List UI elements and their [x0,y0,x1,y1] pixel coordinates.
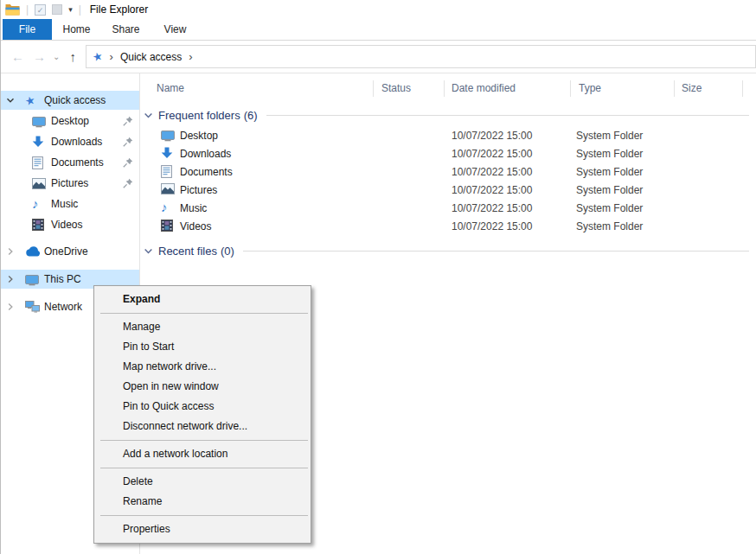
group-label: Frequent folders [158,109,240,122]
tab-home[interactable]: Home [52,19,101,40]
menu-item-pin-to-start[interactable]: Pin to Start [94,337,311,357]
tab-share[interactable]: Share [101,19,151,40]
file-row-downloads[interactable]: Downloads 10/07/2022 15:00 System Folder [140,145,756,163]
back-icon[interactable]: ← [11,49,24,64]
breadcrumb-chevron-icon[interactable]: › [110,50,113,63]
file-name: Documents [180,166,233,178]
menu-separator [100,468,308,468]
chevron-right-icon[interactable] [6,302,16,311]
sidebar-item-label: Network [44,301,82,313]
menu-item-map-network-drive[interactable]: Map network drive... [94,357,311,377]
sidebar-item-music[interactable]: ♪ Music [1,194,139,213]
file-type: System Folder [576,184,643,196]
file-row-desktop[interactable]: Desktop 10/07/2022 15:00 System Folder [140,127,756,145]
column-header-type[interactable]: Type [579,82,601,94]
group-label: Recent files [158,245,217,258]
file-name: Downloads [180,148,231,160]
network-icon [25,301,42,313]
file-date-modified: 10/07/2022 15:00 [452,148,532,160]
menu-item-expand[interactable]: Expand [94,290,311,309]
sidebar-item-label: This PC [44,273,81,285]
titlebar-separator: | [26,3,29,16]
file-explorer-window: | ✓ ▾ | File Explorer File Home Share Vi… [0,0,756,554]
tab-view[interactable]: View [151,19,200,40]
sidebar-item-onedrive[interactable]: OneDrive [1,242,139,261]
column-divider[interactable] [674,80,675,97]
chevron-right-icon[interactable] [6,247,16,256]
file-date-modified: 10/07/2022 15:00 [452,166,532,178]
group-count: (6) [244,109,258,122]
ribbon-tab-bar: File Home Share View [1,19,756,41]
window-title: File Explorer [90,3,148,16]
qat-properties-check-icon[interactable]: ✓ [35,4,46,16]
qat-customize-dropdown-icon[interactable]: ▾ [68,5,73,14]
pin-icon [123,116,133,129]
address-breadcrumb[interactable]: ★ › Quick access › [86,45,756,68]
menu-item-properties[interactable]: Properties [94,519,311,539]
pictures-icon [32,178,48,189]
history-dropdown-icon[interactable]: ⌄ [53,52,60,61]
chevron-right-icon[interactable] [6,275,16,283]
group-count: (0) [221,245,234,258]
column-header-size[interactable]: Size [682,82,702,94]
music-note-icon: ♪ [32,198,48,210]
file-name: Desktop [180,130,218,142]
music-note-icon: ♪ [161,201,168,213]
column-divider[interactable] [373,80,374,97]
desktop-icon [32,115,48,128]
group-header-frequent-folders[interactable]: Frequent folders (6) [144,105,749,124]
chevron-down-icon[interactable] [144,246,153,256]
column-divider[interactable] [444,80,445,97]
file-date-modified: 10/07/2022 15:00 [452,130,532,142]
menu-item-manage[interactable]: Manage [94,317,311,337]
column-divider[interactable] [570,80,571,97]
column-header-status[interactable]: Status [381,82,411,94]
sidebar-item-label: Videos [51,219,82,231]
sidebar-item-label: Pictures [51,177,88,189]
sidebar-item-downloads[interactable]: Downloads [1,132,139,151]
qat-new-folder-icon[interactable] [52,4,62,15]
file-row-music[interactable]: ♪ Music 10/07/2022 15:00 System Folder [140,200,756,218]
sidebar-item-pictures[interactable]: Pictures [1,174,139,193]
sidebar-item-label: Documents [51,156,104,169]
titlebar-separator: | [79,3,81,16]
menu-item-rename[interactable]: Rename [94,492,311,512]
column-header-name[interactable]: Name [157,82,184,94]
this-pc-monitor-icon [25,273,42,286]
forward-icon[interactable]: → [33,49,46,64]
file-date-modified: 10/07/2022 15:00 [452,220,532,232]
breadcrumb-location[interactable]: Quick access [120,51,182,63]
menu-item-disconnect-network-drive[interactable]: Disconnect network drive... [94,417,311,436]
sidebar-item-documents[interactable]: Documents [1,153,139,172]
menu-item-add-network-location[interactable]: Add a network location [94,444,311,464]
menu-item-pin-to-quick-access[interactable]: Pin to Quick access [94,397,311,417]
menu-item-delete[interactable]: Delete [94,472,311,492]
file-row-pictures[interactable]: Pictures 10/07/2022 15:00 System Folder [140,181,756,200]
pin-icon [123,157,133,170]
videos-film-icon [161,220,173,232]
file-name: Music [180,202,207,214]
sidebar-item-desktop[interactable]: Desktop [1,111,139,131]
sidebar-item-quick-access[interactable]: ★ Quick access [1,91,139,110]
menu-item-open-in-new-window[interactable]: Open in new window [94,377,311,397]
file-type: System Folder [576,166,643,178]
file-name: Pictures [180,184,217,196]
file-name: Videos [180,220,211,232]
menu-separator [100,515,308,516]
up-icon[interactable]: ↑ [69,49,76,64]
file-row-documents[interactable]: Documents 10/07/2022 15:00 System Folder [140,163,756,181]
file-row-videos[interactable]: Videos 10/07/2022 15:00 System Folder [140,218,756,236]
sidebar-item-videos[interactable]: Videos [1,215,139,234]
column-header-date-modified[interactable]: Date modified [452,82,516,94]
documents-icon [32,156,48,169]
chevron-down-icon[interactable] [6,96,16,105]
pictures-icon [161,183,175,194]
chevron-down-icon[interactable] [144,111,153,120]
breadcrumb-chevron-icon[interactable]: › [189,50,192,63]
column-divider[interactable] [742,80,743,97]
sidebar-item-label: Music [51,198,78,210]
tab-file[interactable]: File [3,19,52,40]
quick-access-star-icon: ★ [25,94,42,107]
group-header-recent-files[interactable]: Recent files (0) [144,241,749,260]
explorer-folder-icon [5,3,20,16]
